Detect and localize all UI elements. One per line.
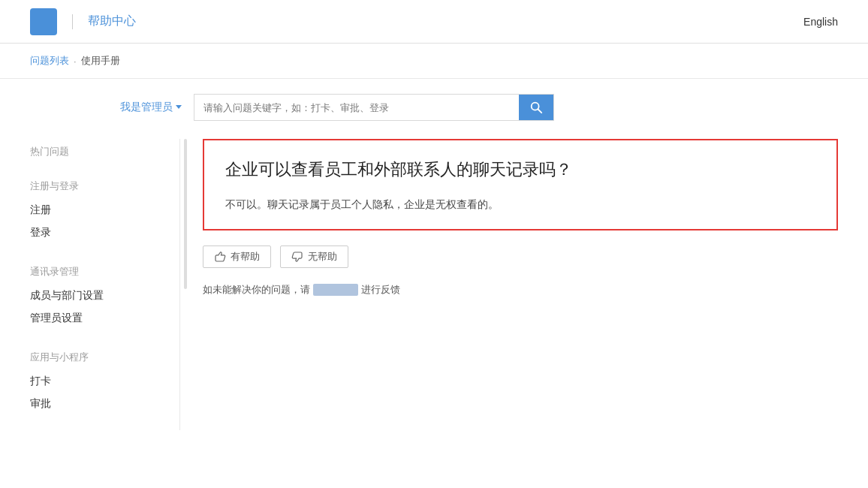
sidebar-section-title-contacts: 通讯录管理 xyxy=(30,259,164,279)
sidebar-section-title-register: 注册与登录 xyxy=(30,173,164,193)
article-title: 企业可以查看员工和外部联系人的聊天记录吗？ xyxy=(225,158,815,182)
sidebar-section-title-apps: 应用与小程序 xyxy=(30,345,164,364)
search-button[interactable] xyxy=(519,95,553,120)
svg-line-1 xyxy=(538,109,541,113)
sidebar-section-contacts: 通讯录管理 成员与部门设置 管理员设置 xyxy=(30,259,164,330)
search-icon xyxy=(529,101,543,114)
sidebar-section-register: 注册与登录 注册 登录 xyxy=(30,173,164,244)
helpful-button[interactable]: 有帮助 xyxy=(203,246,271,268)
contact-link[interactable] xyxy=(313,284,358,296)
sidebar-item-members[interactable]: 成员与部门设置 xyxy=(30,285,164,307)
article-box: 企业可以查看员工和外部联系人的聊天记录吗？ 不可以。聊天记录属于员工个人隐私，企… xyxy=(203,139,838,230)
sidebar-item-approval[interactable]: 审批 xyxy=(30,393,164,415)
sidebar-section-title-hot: 热门问题 xyxy=(30,139,164,158)
search-box xyxy=(194,94,554,121)
search-row: 我是管理员 xyxy=(30,94,838,121)
role-selector[interactable]: 我是管理员 xyxy=(120,101,182,114)
contact-suffix: 进行反馈 xyxy=(361,283,400,297)
breadcrumb-current: 使用手册 xyxy=(81,54,120,68)
search-input[interactable] xyxy=(194,96,519,119)
breadcrumb: 问题列表 · 使用手册 xyxy=(0,44,868,79)
role-label: 我是管理员 xyxy=(120,101,173,114)
sidebar-section-apps: 应用与小程序 打卡 审批 xyxy=(30,345,164,415)
lang-switcher[interactable]: English xyxy=(803,16,838,28)
header-left: 帮助中心 xyxy=(30,8,136,35)
helpful-label: 有帮助 xyxy=(231,250,260,264)
header: 帮助中心 English xyxy=(0,0,868,44)
feedback-row: 有帮助 无帮助 xyxy=(203,246,838,268)
sidebar-item-login[interactable]: 登录 xyxy=(30,221,164,244)
contact-row: 如未能解决你的问题，请 进行反馈 xyxy=(203,283,838,297)
contact-prefix: 如未能解决你的问题，请 xyxy=(203,283,310,297)
article-body: 不可以。聊天记录属于员工个人隐私，企业是无权查看的。 xyxy=(225,195,815,214)
breadcrumb-list-link[interactable]: 问题列表 xyxy=(30,54,69,68)
english-link[interactable]: English xyxy=(803,16,838,28)
not-helpful-label: 无帮助 xyxy=(308,250,337,264)
sidebar-scrollbar[interactable] xyxy=(184,139,187,289)
logo-icon xyxy=(30,8,57,35)
sidebar: 热门问题 注册与登录 注册 登录 通讯录管理 成员与部门设置 管理员设置 应用与… xyxy=(30,139,180,430)
sidebar-item-admin[interactable]: 管理员设置 xyxy=(30,307,164,330)
sidebar-section-hot: 热门问题 xyxy=(30,139,164,158)
main: 我是管理员 热门问题 注册与登录 注册 xyxy=(0,79,868,430)
chevron-down-icon xyxy=(176,105,182,112)
sidebar-item-register[interactable]: 注册 xyxy=(30,199,164,221)
breadcrumb-dot: · xyxy=(74,56,77,67)
thumbs-down-icon xyxy=(291,251,303,263)
not-helpful-button[interactable]: 无帮助 xyxy=(280,246,348,268)
content-layout: 热门问题 注册与登录 注册 登录 通讯录管理 成员与部门设置 管理员设置 应用与… xyxy=(30,139,838,430)
article-area: 企业可以查看员工和外部联系人的聊天记录吗？ 不可以。聊天记录属于员工个人隐私，企… xyxy=(180,139,838,430)
thumbs-up-icon xyxy=(214,251,226,263)
header-divider xyxy=(72,14,73,29)
help-center-link[interactable]: 帮助中心 xyxy=(88,14,136,29)
sidebar-item-checkin[interactable]: 打卡 xyxy=(30,370,164,393)
